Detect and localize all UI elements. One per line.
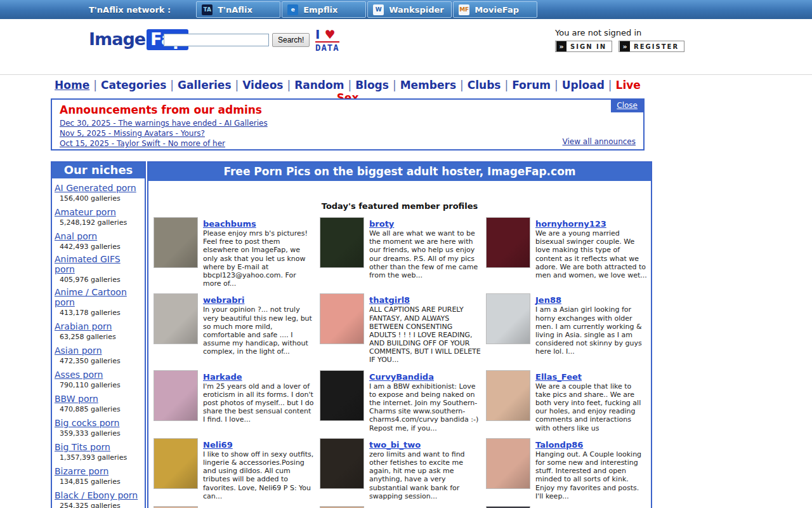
niche-link[interactable]: BBW porn — [55, 394, 98, 404]
niche-link[interactable]: Amateur porn — [55, 207, 116, 217]
search-button[interactable]: Search! — [272, 33, 310, 47]
profile-body: Ellas_FeetWe are a couple that like to t… — [535, 370, 647, 432]
sign-in-button[interactable]: » SIGN IN — [555, 41, 612, 52]
niche-item: Big Tits porn1,357,393 galleries — [52, 438, 145, 462]
register-button[interactable]: » REGISTER — [619, 41, 684, 52]
network-button-label: MovieFap — [475, 5, 519, 15]
member-profile: Talondp86Hanging out. A Couple looking f… — [486, 438, 647, 500]
profile-username-link[interactable]: broty — [369, 219, 394, 229]
nav-separator: | — [389, 79, 400, 91]
member-profile: Ellas_FeetWe are a couple that like to t… — [486, 370, 647, 432]
niche-item: Asses porn790,110 galleries — [52, 365, 145, 389]
niche-link[interactable]: Asses porn — [55, 370, 103, 380]
profile-thumbnail[interactable] — [154, 217, 198, 268]
niche-gallery-count: 442,493 galleries — [55, 243, 142, 251]
niche-item: Anal porn442,493 galleries — [52, 227, 145, 251]
close-announcements-link[interactable]: Close — [611, 100, 643, 112]
network-button-empflix[interactable]: eEmpflix — [282, 1, 366, 18]
search-input[interactable] — [164, 34, 269, 46]
niche-link[interactable]: Big Tits porn — [55, 442, 110, 452]
network-bar-label: T'nAflix network : — [89, 5, 171, 15]
niche-gallery-count: 63,258 galleries — [55, 333, 142, 341]
announcements-box: Close Announcements from our admins Dec … — [51, 98, 645, 150]
profile-thumbnail[interactable] — [154, 438, 198, 489]
niche-link[interactable]: Arabian porn — [55, 321, 112, 331]
profile-thumbnail[interactable] — [154, 293, 198, 344]
member-profile: Jen88I am a Asian girl looking for horny… — [486, 293, 647, 364]
profile-username-link[interactable]: Jen88 — [535, 295, 561, 305]
nav-item-clubs[interactable]: Clubs — [468, 79, 501, 91]
nav-item-categories[interactable]: Categories — [101, 79, 166, 91]
profile-thumbnail[interactable] — [320, 217, 364, 268]
arrow-icon: » — [556, 41, 566, 51]
profile-username-link[interactable]: beachbums — [203, 219, 256, 229]
profile-thumbnail[interactable] — [320, 293, 364, 344]
network-button-moviefap[interactable]: MFMovieFap — [453, 1, 537, 18]
empflix-icon: e — [287, 4, 298, 15]
niche-item: Animated GIFS porn405,976 galleries — [52, 251, 145, 284]
network-bar: T'nAflix network : TAT'nAflixeEmpflixWWa… — [0, 0, 812, 19]
nav-separator: | — [89, 79, 101, 91]
nav-item-upload[interactable]: Upload — [562, 79, 605, 91]
main-content: Free Porn Pics on the biggest adult host… — [147, 161, 652, 508]
profile-username-link[interactable]: hornyhorny123 — [535, 219, 606, 229]
niche-link[interactable]: Asian porn — [55, 345, 102, 356]
profile-description: We are a couple that like to take pics a… — [535, 382, 647, 432]
member-profile: CurvyBandidaI am a BBW exhibitionist: Lo… — [320, 370, 481, 432]
niche-item: Bizarre porn134,815 galleries — [52, 462, 145, 486]
announcement-link[interactable]: Oct 15, 2025 - Taylor Swift - No more of… — [60, 138, 643, 149]
profile-thumbnail[interactable] — [486, 217, 530, 268]
profile-thumbnail[interactable] — [320, 370, 364, 421]
niche-gallery-count: 790,110 galleries — [55, 381, 142, 389]
niche-item: Amateur porn5,248,192 galleries — [52, 203, 145, 227]
nav-item-random[interactable]: Random — [294, 79, 344, 91]
niches-list: AI Generated porn156,400 galleriesAmateu… — [52, 178, 145, 508]
nav-item-forum[interactable]: Forum — [512, 79, 551, 91]
profile-thumbnail[interactable] — [486, 293, 530, 344]
network-button-label: Empflix — [303, 5, 337, 15]
niche-link[interactable]: Big cocks porn — [55, 418, 119, 428]
profile-username-link[interactable]: Ellas_Feet — [535, 372, 582, 382]
niche-link[interactable]: Bizarre porn — [55, 466, 108, 476]
announcement-link[interactable]: Nov 5, 2025 - Missing Avatars - Yours? — [60, 128, 643, 138]
profile-username-link[interactable]: CurvyBandida — [369, 372, 434, 382]
niche-link[interactable]: Anime / Cartoon porn — [55, 287, 142, 307]
profile-thumbnail[interactable] — [486, 370, 530, 421]
profile-username-link[interactable]: thatgirl8 — [369, 295, 410, 305]
profile-username-link[interactable]: Talondp86 — [535, 440, 583, 450]
niche-link[interactable]: Animated GIFS porn — [55, 254, 142, 274]
member-profile: two_bi_twozero limits and want to find o… — [320, 438, 481, 500]
view-all-announces-link[interactable]: View all announces — [563, 137, 636, 146]
i-love-data-logo[interactable]: I ♥ DATA — [315, 28, 339, 52]
profile-username-link[interactable]: webrabri — [203, 295, 245, 305]
profile-username-link[interactable]: Harkade — [203, 372, 242, 382]
niche-link[interactable]: Anal porn — [55, 231, 97, 241]
profile-body: brotyWe all are what we want to be the m… — [369, 217, 481, 288]
nav-item-members[interactable]: Members — [400, 79, 456, 91]
nav-item-galleries[interactable]: Galleries — [178, 79, 231, 91]
profile-thumbnail[interactable] — [320, 438, 364, 489]
member-profile: HarkadeI'm 25 years old and a lover of e… — [154, 370, 315, 432]
network-button-tnaflix[interactable]: TAT'nAflix — [196, 1, 280, 18]
profile-description: Hanging out. A Couple looking for some n… — [535, 450, 647, 500]
announcement-link[interactable]: Dec 30, 2025 - The warnings have ended -… — [60, 118, 643, 128]
niche-item: Black / Ebony porn254,325 galleries — [52, 486, 145, 508]
niches-sidebar: Our niches AI Generated porn156,400 gall… — [51, 161, 146, 508]
niche-gallery-count: 413,178 galleries — [55, 309, 142, 317]
niche-link[interactable]: AI Generated porn — [55, 183, 136, 193]
profile-username-link[interactable]: two_bi_two — [369, 440, 421, 450]
niche-link[interactable]: Black / Ebony porn — [55, 490, 138, 500]
nav-separator: | — [232, 79, 243, 91]
member-profile: beachbumsPlease enjoy mrs b's pictures! … — [154, 217, 315, 288]
nav-item-videos[interactable]: Videos — [242, 79, 283, 91]
nav-item-home[interactable]: Home — [55, 79, 89, 91]
profile-body: two_bi_twozero limits and want to find o… — [369, 438, 481, 500]
profile-body: Neli69I like to show off in sexy outfits… — [203, 438, 315, 500]
profile-thumbnail[interactable] — [154, 370, 198, 421]
profile-username-link[interactable]: Neli69 — [203, 440, 233, 450]
nav-item-blogs[interactable]: Blogs — [355, 79, 389, 91]
network-button-wankspider[interactable]: WWankspider — [367, 1, 452, 18]
data-logo-letter: I — [315, 27, 320, 42]
profile-thumbnail[interactable] — [486, 438, 530, 489]
niche-gallery-count: 472,350 galleries — [55, 357, 142, 365]
